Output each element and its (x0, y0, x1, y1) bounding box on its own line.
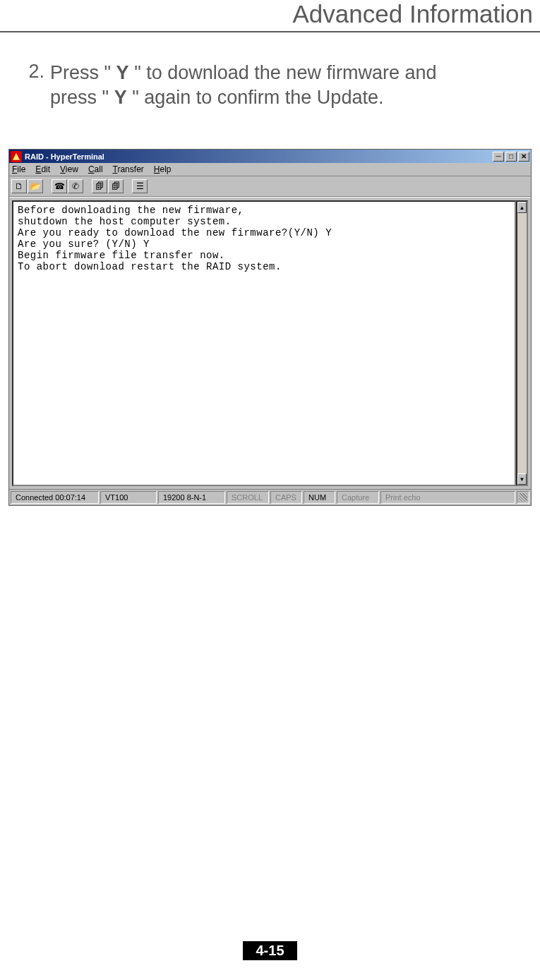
page-number-wrap: 4-15 (0, 941, 540, 960)
menu-label: elp (160, 164, 171, 174)
new-file-icon[interactable]: 🗋 (11, 179, 27, 193)
status-terminal: VT100 (100, 491, 157, 504)
status-serial: 19200 8-N-1 (158, 491, 225, 504)
status-caps: CAPS (270, 491, 302, 504)
window-title: RAID - HyperTerminal (25, 152, 493, 161)
maximize-button[interactable]: □ (505, 152, 517, 162)
status-connected: Connected 00:07:14 (11, 491, 99, 504)
status-scroll: SCROLL (227, 491, 269, 504)
instruction-part: press " (50, 87, 114, 108)
phone-connect-icon[interactable]: ☎ (52, 179, 67, 193)
phone-hangup-icon[interactable]: ✆ (68, 179, 83, 193)
instruction-key: Y (114, 87, 127, 108)
status-capture: Capture (337, 491, 379, 504)
menu-view[interactable]: View (60, 164, 78, 174)
properties-icon[interactable]: ☰ (132, 179, 148, 193)
hyperterminal-window: RAID - HyperTerminal ─ □ ✕ File Edit Vie… (8, 149, 532, 506)
app-icon (11, 151, 22, 162)
terminal-wrap: Before downloading the new firmware, shu… (9, 197, 531, 489)
instruction-part: " to download the new firmware and (129, 62, 437, 83)
statusbar: Connected 00:07:14 VT100 19200 8-N-1 SCR… (9, 489, 531, 505)
scroll-up-icon[interactable]: ▲ (517, 202, 527, 213)
open-icon[interactable]: 📂 (28, 179, 43, 193)
menubar: File Edit View Call Transfer Help (9, 163, 531, 176)
instruction-step-2: 2. Press " Y " to download the new firmw… (0, 61, 540, 110)
menu-file[interactable]: File (12, 164, 25, 174)
instruction-number: 2. (25, 61, 50, 110)
menu-label: dit (41, 164, 50, 174)
send-icon[interactable]: 🗐 (92, 179, 107, 193)
toolbar: 🗋 📂 ☎ ✆ 🗐 🗐 ☰ (9, 176, 531, 197)
receive-icon[interactable]: 🗐 (108, 179, 124, 193)
close-button[interactable]: ✕ (518, 152, 529, 162)
scroll-down-icon[interactable]: ▼ (517, 473, 527, 485)
screenshot: RAID - HyperTerminal ─ □ ✕ File Edit Vie… (8, 149, 532, 506)
menu-label: ransfer (117, 164, 143, 174)
menu-edit[interactable]: Edit (35, 164, 50, 174)
instruction-key: Y (116, 62, 129, 83)
menu-label: ile (17, 164, 25, 174)
menu-label: all (95, 164, 103, 174)
terminal-output[interactable]: Before downloading the new firmware, shu… (12, 200, 516, 486)
resize-grip-icon[interactable] (517, 491, 529, 504)
menu-transfer[interactable]: Transfer (113, 164, 144, 174)
window-controls: ─ □ ✕ (493, 152, 531, 162)
instruction-part: " again to confirm the Update. (127, 87, 384, 108)
menu-help[interactable]: Help (154, 164, 172, 174)
page-number: 4-15 (243, 941, 296, 960)
scroll-track[interactable] (517, 213, 527, 473)
menu-label: iew (66, 164, 78, 174)
minimize-button[interactable]: ─ (493, 152, 504, 162)
status-printecho: Print echo (380, 491, 515, 504)
window-titlebar[interactable]: RAID - HyperTerminal ─ □ ✕ (9, 150, 531, 163)
menu-call[interactable]: Call (88, 164, 103, 174)
instruction-part: Press " (50, 62, 116, 83)
vertical-scrollbar[interactable]: ▲ ▼ (516, 200, 528, 486)
header-divider (0, 31, 540, 32)
status-num: NUM (304, 491, 335, 504)
page-header-title: Advanced Information (0, 0, 540, 31)
instruction-text: Press " Y " to download the new firmware… (50, 61, 519, 110)
